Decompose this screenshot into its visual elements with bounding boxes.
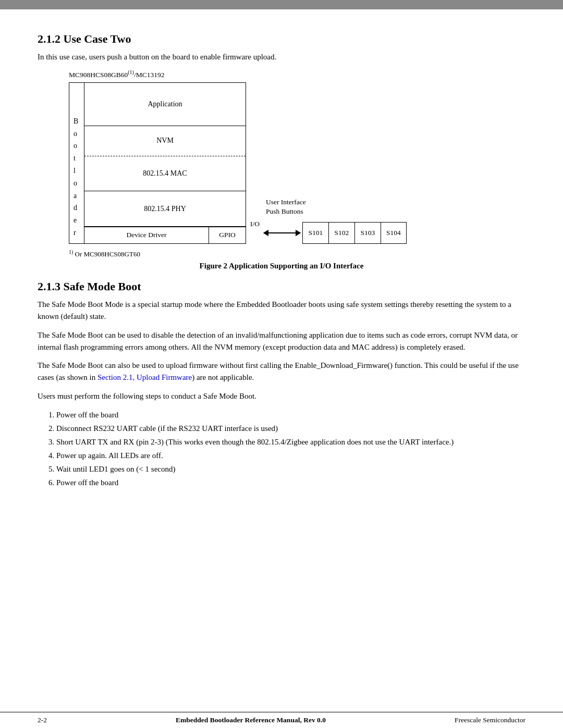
layer-application: Application [84, 83, 246, 126]
layer-phy: 802.15.4 PHY [84, 191, 246, 226]
footer-company: Freescale Semiconductor [455, 716, 525, 724]
footnote: 1) Or MC908HCS08GT60 [69, 249, 525, 258]
button-s103: S103 [355, 223, 381, 243]
button-s101: S101 [303, 223, 329, 243]
page-footer: 2-2 Embedded Bootloader Reference Manual… [0, 712, 563, 728]
bidirectional-arrow [264, 232, 300, 233]
layer-bottom-row: Device Driver GPIO [84, 227, 246, 243]
section-213: 2.1.3 Safe Mode Boot The Safe Mode Boot … [38, 280, 525, 489]
section-213-heading: 2.1.3 Safe Mode Boot [38, 280, 525, 293]
step-6: Power off the board [56, 476, 525, 489]
layer-mac: 802.15.4 MAC [84, 156, 246, 191]
step-1: Power off the board [56, 409, 525, 421]
section-212-intro: In this use case, users push a button on… [38, 51, 525, 63]
step-4: Power up again. All LEDs are off. [56, 449, 525, 462]
section-link[interactable]: Section 2.1, Upload Firmware [97, 373, 192, 381]
button-s102: S102 [329, 223, 355, 243]
layer-nvm: NVM [84, 126, 246, 156]
push-buttons-diagram: S101 S102 S103 S104 [302, 222, 407, 244]
section-213-para4: Users must perform the following steps t… [38, 390, 525, 402]
page-content: 2.1.2 Use Case Two In this use case, use… [0, 9, 563, 712]
boot-stack-diagram: B o o t l o a d e r Application NVM 802.… [69, 82, 246, 244]
boot-layers: Application NVM 802.15.4 MAC 802.15.4 PH… [84, 83, 246, 243]
diagram-right: User Interface Push Buttons I/O S101 [250, 198, 407, 244]
diagram-chip-label: MC908HCS08GB60(1)/MC13192 [69, 69, 525, 79]
io-arrow-row: I/O S101 S102 S103 S104 [250, 222, 407, 244]
top-bar [0, 0, 563, 9]
io-label: I/O [250, 220, 260, 228]
section-213-para3: The Safe Mode Boot can also be used to u… [38, 360, 525, 384]
button-s104: S104 [381, 223, 406, 243]
upper-right-labels: User Interface Push Buttons [250, 198, 407, 217]
step-2: Disconnect RS232 UART cable (if the RS23… [56, 422, 525, 435]
step-5: Wait until LED1 goes on (< 1 second) [56, 463, 525, 475]
boot-letter-col: B o o t l o a d e r [69, 83, 84, 243]
layer-device-driver: Device Driver [84, 227, 209, 243]
section-212-heading: 2.1.2 Use Case Two [38, 32, 525, 46]
push-buttons-label: Push Buttons [266, 207, 303, 216]
section-213-para1: The Safe Mode Boot Mode is a special sta… [38, 299, 525, 323]
safe-mode-steps: Power off the board Disconnect RS232 UAR… [56, 409, 525, 489]
section-213-para2: The Safe Mode Boot can be used to disabl… [38, 329, 525, 354]
footer-page-number: 2-2 [38, 716, 47, 724]
footer-document-title: Embedded Bootloader Reference Manual, Re… [176, 716, 326, 724]
layer-gpio: GPIO [209, 227, 246, 243]
figure-caption: Figure 2 Application Supporting an I/O I… [38, 262, 525, 270]
user-interface-label: User Interface [266, 198, 306, 206]
diagram-container: B o o t l o a d e r Application NVM 802.… [69, 82, 525, 244]
step-3: Short UART TX and RX (pin 2-3) (This wor… [56, 436, 525, 448]
